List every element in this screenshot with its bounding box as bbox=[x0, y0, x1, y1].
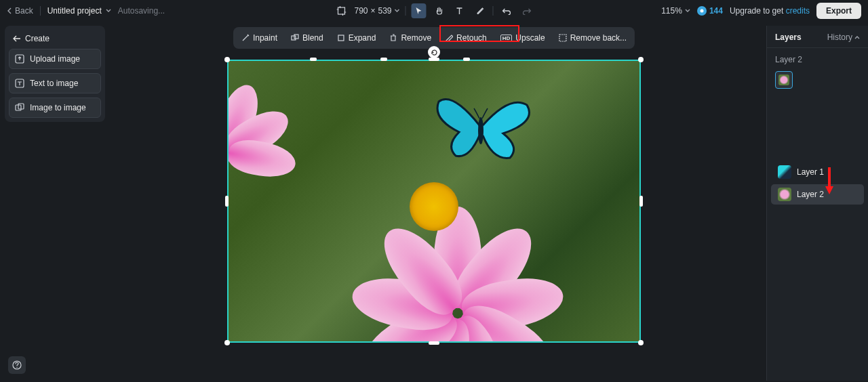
upscale-button[interactable]: HD Upscale bbox=[495, 30, 551, 46]
expand-button[interactable]: Expand bbox=[332, 30, 382, 46]
layer-thumb bbox=[778, 165, 791, 179]
resize-handle-n[interactable] bbox=[429, 58, 439, 61]
selected-layer-thumb[interactable] bbox=[775, 71, 793, 89]
brush-tool-button[interactable] bbox=[473, 3, 488, 18]
chevron-left-icon bbox=[7, 7, 12, 14]
butterfly-decor bbox=[432, 85, 540, 173]
image-to-image-button[interactable]: Image to image bbox=[9, 98, 101, 118]
upgrade-link[interactable]: Upgrade to get credits bbox=[730, 6, 810, 16]
inpaint-icon bbox=[241, 34, 250, 42]
zoom-dropdown[interactable]: 115% bbox=[661, 6, 690, 16]
canvas-image[interactable] bbox=[227, 60, 641, 343]
rotate-icon bbox=[431, 49, 438, 56]
resize-handle-nw[interactable] bbox=[224, 57, 230, 62]
divider bbox=[40, 6, 41, 16]
svg-point-11 bbox=[478, 117, 484, 144]
svg-point-1 bbox=[700, 9, 703, 13]
text-to-image-button[interactable]: Text to image bbox=[9, 73, 101, 93]
resize-handle-se[interactable] bbox=[638, 340, 644, 345]
selected-layer-label: Layer 2 bbox=[767, 48, 868, 68]
crop-icon bbox=[336, 6, 346, 16]
svg-rect-9 bbox=[338, 35, 344, 41]
chevron-down-icon bbox=[395, 9, 400, 13]
image-to-image-icon bbox=[15, 103, 24, 112]
back-button[interactable]: Back bbox=[7, 6, 33, 16]
remove-button[interactable]: Remove bbox=[384, 30, 437, 46]
divider bbox=[406, 6, 406, 16]
export-button[interactable]: Export bbox=[816, 3, 861, 19]
text-to-image-icon bbox=[15, 79, 24, 88]
chevron-up-icon bbox=[854, 35, 860, 39]
cursor-tool-button[interactable] bbox=[412, 3, 427, 18]
canvas[interactable] bbox=[227, 60, 641, 343]
project-name-label: Untitled project bbox=[47, 6, 102, 16]
resize-handle-e[interactable] bbox=[639, 196, 643, 207]
resize-handle-n3[interactable] bbox=[380, 58, 387, 61]
cursor-icon bbox=[415, 7, 423, 15]
help-button[interactable] bbox=[8, 356, 26, 374]
hd-icon: HD bbox=[500, 35, 513, 42]
svg-rect-7 bbox=[292, 36, 296, 40]
back-label: Back bbox=[15, 6, 33, 16]
text-tool-button[interactable] bbox=[452, 3, 467, 18]
retouch-icon bbox=[445, 34, 453, 42]
crop-icon-button[interactable] bbox=[334, 3, 349, 18]
credits-display[interactable]: 144 bbox=[697, 6, 723, 16]
arrow-left-icon bbox=[13, 35, 21, 42]
svg-rect-10 bbox=[559, 35, 566, 41]
remove-background-button[interactable]: Remove back... bbox=[553, 30, 632, 46]
credit-count: 144 bbox=[709, 6, 723, 16]
brush-icon bbox=[476, 7, 484, 15]
remove-bg-icon bbox=[559, 34, 567, 42]
blend-icon bbox=[291, 34, 299, 42]
canvas-dimensions[interactable]: 790 × 539 bbox=[354, 6, 399, 16]
rotate-handle[interactable] bbox=[428, 46, 440, 58]
svg-rect-8 bbox=[294, 35, 298, 39]
undo-button[interactable] bbox=[499, 3, 514, 18]
redo-icon bbox=[522, 7, 531, 15]
hand-icon bbox=[435, 7, 443, 16]
resize-handle-n2[interactable] bbox=[310, 58, 317, 61]
layer-item-1[interactable]: Layer 1 bbox=[771, 162, 864, 182]
help-icon bbox=[12, 360, 22, 370]
redo-button[interactable] bbox=[519, 3, 534, 18]
layers-title: Layers bbox=[775, 33, 802, 42]
resize-handle-w[interactable] bbox=[225, 196, 229, 207]
layers-panel: Layers History Layer 2 Layer 1 Layer 2 bbox=[766, 26, 868, 381]
chevron-down-icon bbox=[106, 9, 111, 13]
expand-icon bbox=[337, 34, 345, 42]
resize-handle-sw[interactable] bbox=[224, 340, 230, 345]
blend-button[interactable]: Blend bbox=[285, 30, 329, 46]
chevron-down-icon bbox=[685, 9, 690, 13]
layer-thumb bbox=[778, 188, 791, 201]
divider bbox=[493, 6, 494, 16]
inpaint-button[interactable]: Inpaint bbox=[236, 30, 283, 46]
create-sidebar: Create Upload image Text to image Image … bbox=[5, 26, 105, 122]
undo-icon bbox=[502, 7, 511, 15]
upload-icon bbox=[15, 54, 24, 64]
resize-handle-n4[interactable] bbox=[463, 58, 470, 61]
project-name-dropdown[interactable]: Untitled project bbox=[47, 6, 111, 16]
layer-item-2[interactable]: Layer 2 bbox=[771, 184, 864, 205]
remove-icon bbox=[389, 34, 397, 42]
autosave-status: Autosaving... bbox=[118, 6, 165, 16]
history-toggle[interactable]: History bbox=[827, 33, 860, 42]
hand-tool-button[interactable] bbox=[432, 3, 447, 18]
create-header: Create bbox=[9, 30, 101, 49]
resize-handle-ne[interactable] bbox=[638, 57, 644, 62]
credit-icon bbox=[697, 6, 707, 16]
text-icon bbox=[456, 7, 464, 15]
svg-rect-0 bbox=[338, 7, 344, 14]
upload-image-button[interactable]: Upload image bbox=[9, 49, 101, 69]
retouch-button[interactable]: Retouch bbox=[439, 30, 492, 46]
resize-handle-s[interactable] bbox=[429, 341, 439, 345]
